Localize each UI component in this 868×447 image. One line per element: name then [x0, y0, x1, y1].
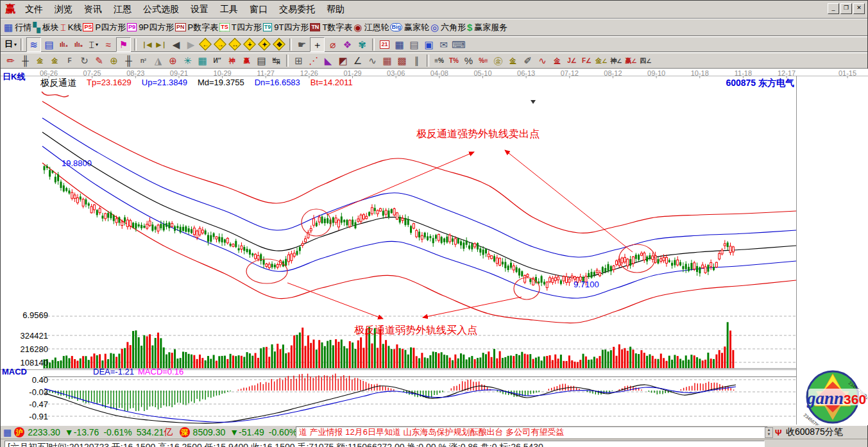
t-table-button[interactable]: TNT数字表 — [310, 21, 352, 34]
bars9-button[interactable]: ılı₉ — [72, 38, 85, 51]
winner-wheel-button[interactable]: Big赢家轮 — [390, 21, 429, 34]
close-button[interactable]: ✕ — [853, 3, 865, 14]
j-angle-tool[interactable]: J∠ — [565, 54, 579, 67]
period-selector[interactable]: 日▾ — [4, 38, 17, 51]
shen-tool[interactable]: 神 — [225, 54, 239, 67]
gold-red-tool[interactable]: 金 — [550, 54, 564, 67]
t-square-button[interactable]: TST四方形 — [219, 21, 261, 34]
gann-gold-tool-2[interactable]: 金 — [48, 54, 62, 67]
winner-service-button[interactable]: $赢家服务 — [467, 21, 507, 34]
news-spinner[interactable]: ▲▼ — [765, 427, 773, 438]
menu-item-6[interactable]: 设置 — [185, 3, 214, 17]
zoom-all-button[interactable]: ✥ — [273, 38, 286, 51]
grid-red-tool[interactable]: ▦ — [380, 54, 394, 67]
ying-angle-tool[interactable]: 赢∠ — [624, 54, 638, 67]
calendar-button[interactable]: 21 — [378, 38, 391, 51]
pattern-view-button[interactable]: ≋ — [26, 37, 41, 52]
gann-gold-tool-1[interactable]: 金 — [33, 54, 47, 67]
gold-line-tool[interactable]: 金 — [506, 54, 520, 67]
bars3-button[interactable]: ılı₃ — [57, 38, 71, 51]
zoom-right-button[interactable]: → — [214, 38, 227, 51]
f10-info-button[interactable]: ▤ — [42, 38, 56, 51]
star-grid-tool[interactable]: ✳ — [181, 54, 194, 67]
menu-item-5[interactable]: 公式选股 — [137, 3, 185, 17]
grid-red-tool-2[interactable]: ▩ — [395, 54, 409, 67]
gold-circle-tool[interactable]: ㊎ — [491, 54, 505, 67]
shenzhen-badge[interactable]: 深 — [180, 427, 190, 437]
candle-style-button[interactable]: ⌶▾ — [87, 38, 100, 51]
fan-purple-tool[interactable]: ◣ — [321, 54, 335, 67]
menu-item-4[interactable]: 江恩 — [108, 3, 137, 17]
calculator-button[interactable]: ▦ — [393, 38, 406, 51]
period-label[interactable]: 日K线 — [3, 71, 25, 83]
ying-tool[interactable]: 赢 — [240, 54, 253, 67]
wave-range-tool[interactable]: ∿ — [536, 54, 549, 67]
percent-lines-tool[interactable]: %≡ — [477, 54, 490, 67]
9t-square-button[interactable]: T99T四方形 — [263, 21, 309, 34]
tool-teal-button[interactable]: ✾ — [355, 38, 369, 51]
gold-angle-tool[interactable]: 金∠ — [595, 54, 608, 67]
wave-mark-tool[interactable]: И″ — [210, 54, 224, 67]
notes-button[interactable]: ▤ — [407, 38, 421, 51]
next-button[interactable]: ▶ — [184, 38, 198, 51]
first-page-button[interactable]: ❘◀ — [140, 38, 153, 51]
quotes-button[interactable]: ▦行情 — [4, 21, 31, 34]
circle-360-tool[interactable]: ⊕ — [107, 54, 121, 67]
minimize-button[interactable]: _ — [828, 3, 839, 14]
span-arrows-tool[interactable]: ↹ — [269, 54, 283, 67]
zoom-in-button[interactable]: + — [243, 38, 257, 51]
menu-item-10[interactable]: 帮助 — [321, 3, 350, 17]
box-axes-tool[interactable]: ⊞ — [292, 54, 305, 67]
crosshair-button[interactable]: ＋ — [310, 37, 325, 52]
feed-status[interactable]: 收600875分笔 — [786, 426, 843, 438]
menu-item-2[interactable]: 浏览 — [49, 3, 78, 17]
sectors-button[interactable]: ▚板块 — [33, 21, 59, 34]
menu-item-3[interactable]: 资讯 — [78, 3, 108, 17]
zigzag-tool[interactable]: ∿ — [366, 54, 379, 67]
grid-lines-tool[interactable]: ╫ — [19, 54, 32, 67]
fan-box-tool[interactable]: ◩ — [336, 54, 350, 67]
fan-red-tool[interactable]: ⋰ — [307, 54, 320, 67]
list-percent-tool[interactable]: ≡% — [432, 54, 446, 67]
ruler-grid-tool[interactable]: ╫ — [122, 54, 135, 67]
percent-tool[interactable]: % — [462, 54, 475, 67]
shen-angle-tool[interactable]: 神∠ — [609, 54, 623, 67]
measure-button[interactable]: ⌀ — [326, 38, 339, 51]
triangle-tool[interactable]: ◮ — [151, 54, 165, 67]
brush-tool-2[interactable]: ✎ — [92, 54, 106, 67]
p-table-button[interactable]: PNP数字表 — [175, 21, 218, 34]
zoom-horizontal-button[interactable]: ↔ — [228, 38, 242, 51]
9p-square-button[interactable]: P99P四方形 — [127, 21, 174, 34]
market-grid-icon[interactable]: ▦ — [3, 427, 12, 437]
spiral-tool[interactable]: ↻ — [78, 54, 91, 67]
brush-tool[interactable]: ✏ — [4, 54, 17, 67]
ruler-123-tool[interactable]: ▤ — [255, 54, 268, 67]
zoom-left-button[interactable]: ← — [199, 38, 212, 51]
hexagon-button[interactable]: ◎六角形 — [430, 21, 466, 34]
p-square-button[interactable]: PSP四方形 — [83, 21, 126, 34]
last-page-button[interactable]: ▶❘ — [155, 38, 168, 51]
gann-wheel-button[interactable]: ◉江恩轮 — [353, 21, 389, 34]
angle-lines-tool[interactable]: ∠ — [351, 54, 364, 67]
send-mail-button[interactable]: ✉ — [437, 38, 450, 51]
f-angle-tool[interactable]: F∠ — [580, 54, 593, 67]
chart-area[interactable]: 日K线 06-2607-2508-2309-2110-2911-2712-260… — [1, 69, 868, 425]
flag-mark-button[interactable]: ⚑ — [116, 37, 131, 52]
pattern-red-button[interactable]: ≈ — [101, 38, 115, 51]
workstation-button[interactable]: ⌨ — [452, 38, 466, 51]
menu-item-1[interactable]: 文件 — [19, 3, 49, 17]
kline-button[interactable]: ⌶K线 — [60, 21, 82, 34]
prev-button[interactable]: ◀ — [169, 38, 183, 51]
square-target-tool[interactable]: ▦ — [196, 54, 209, 67]
menu-item-9[interactable]: 交易委托 — [273, 3, 321, 17]
hand-tool-button[interactable]: ☛ — [295, 38, 309, 51]
tool-purple-button[interactable]: ❖ — [341, 38, 354, 51]
f-lines-tool[interactable]: F — [63, 54, 76, 67]
zoom-fit-button[interactable]: ✦ — [258, 38, 271, 51]
news-ticker[interactable]: 道 产业情报 12月6日早知道 山东海岛保护规划酝酿出台 多公司有望受益 — [296, 426, 768, 438]
shanghai-badge[interactable]: 沪 — [14, 427, 24, 437]
si-angle-tool[interactable]: 四∠ — [639, 54, 652, 67]
t-percent-tool[interactable]: T% — [447, 54, 461, 67]
slashes-tool[interactable]: ∥ — [410, 54, 423, 67]
save-button[interactable]: ▣ — [422, 38, 436, 51]
